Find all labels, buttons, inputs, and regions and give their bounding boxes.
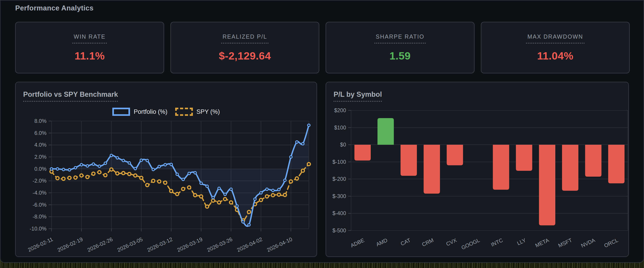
portfolio-point-marker	[230, 188, 232, 190]
spy-point-marker	[140, 176, 143, 179]
x-tick-label: 2026-02-26	[86, 236, 114, 253]
spy-point-marker	[104, 173, 107, 177]
spy-point-marker	[307, 163, 310, 166]
x-tick-label: 2026-03-05	[116, 236, 144, 253]
x-tick-label: LLY	[516, 237, 527, 246]
spy-point-marker	[301, 169, 304, 172]
y-tick-label: -6.0%	[33, 202, 46, 208]
portfolio-point-marker	[188, 172, 190, 175]
portfolio-point-marker	[164, 163, 166, 166]
bar-nvda[interactable]	[585, 145, 602, 177]
x-tick-label: CRM	[421, 237, 434, 247]
stat-label: REALIZED P/L	[221, 33, 269, 44]
portfolio-point-marker	[254, 198, 256, 200]
x-tick-label: INTC	[490, 237, 504, 248]
portfolio-point-marker	[86, 165, 89, 167]
portfolio-vs-spy-line-chart[interactable]: 8.0%6.0%4.0%2.0%0.0%-2.0%-4.0%-6.0%-8.0%…	[16, 82, 316, 256]
y-tick-label: $-300	[332, 193, 346, 199]
stat-card-max-drawdown: MAX DRAWDOWN 11.04%	[481, 22, 630, 73]
stat-card-win-rate: WIN RATE 11.1%	[15, 22, 164, 73]
pl-by-symbol-bar-chart[interactable]: $200$100$0$-100$-200$-300$-400$-500ADBEA…	[326, 82, 628, 256]
portfolio-point-marker	[140, 159, 142, 161]
portfolio-point-marker	[200, 182, 202, 184]
portfolio-point-marker	[206, 185, 208, 188]
y-tick-label: -4.0%	[33, 190, 46, 196]
portfolio-point-marker	[158, 165, 160, 168]
y-tick-label: 8.0%	[34, 118, 46, 124]
portfolio-point-marker	[152, 168, 154, 171]
bar-crm[interactable]	[424, 145, 440, 193]
spy-point-marker	[116, 172, 119, 175]
spy-point-marker	[277, 193, 280, 196]
spy-point-marker	[74, 176, 77, 179]
spy-point-marker	[182, 187, 185, 190]
spy-point-marker	[188, 186, 191, 189]
y-tick-label: $200	[334, 107, 346, 113]
portfolio-point-marker	[104, 162, 107, 164]
y-tick-label: 6.0%	[34, 130, 46, 136]
spy-point-marker	[170, 189, 173, 193]
portfolio-point-marker	[176, 173, 178, 176]
spy-point-marker	[122, 171, 125, 175]
portfolio-point-marker	[134, 167, 136, 170]
spy-point-marker	[206, 205, 209, 208]
stat-value: 1.59	[390, 50, 410, 62]
portfolio-point-marker	[92, 163, 95, 165]
portfolio-point-marker	[224, 193, 226, 195]
portfolio-point-marker	[128, 162, 130, 164]
spy-point-marker	[68, 176, 71, 179]
spy-point-marker	[230, 201, 232, 204]
y-tick-label: $-100	[332, 159, 346, 165]
portfolio-point-marker	[62, 168, 65, 171]
portfolio-point-marker	[278, 188, 280, 191]
x-tick-label: 2026-03-26	[206, 236, 233, 253]
bar-amd[interactable]	[378, 118, 394, 145]
bar-lly[interactable]	[516, 145, 532, 171]
x-tick-label: AMD	[375, 237, 388, 247]
portfolio-point-marker	[56, 168, 59, 170]
y-tick-label: -10.0%	[30, 226, 47, 232]
portfolio-point-marker	[98, 165, 100, 167]
bar-cat[interactable]	[400, 145, 417, 176]
portfolio-point-marker	[212, 196, 214, 199]
portfolio-point-marker	[170, 163, 172, 166]
spy-point-marker	[56, 176, 59, 180]
spy-point-marker	[224, 198, 227, 201]
portfolio-point-marker	[266, 188, 268, 190]
spy-point-marker	[128, 172, 131, 176]
portfolio-point-marker	[242, 220, 244, 223]
page-title: Performance Analytics	[15, 4, 94, 12]
bar-cvx[interactable]	[447, 145, 463, 165]
bar-meta[interactable]	[539, 145, 555, 225]
spy-point-marker	[265, 195, 268, 198]
stat-value: 11.1%	[74, 50, 104, 62]
y-tick-label: 2.0%	[34, 154, 46, 160]
stat-label: SHARPE RATIO	[374, 33, 426, 44]
spy-point-marker	[289, 180, 292, 183]
y-tick-label: 4.0%	[34, 142, 46, 148]
portfolio-point-marker	[308, 124, 310, 127]
spy-point-marker	[259, 198, 262, 202]
bar-adbe[interactable]	[354, 145, 371, 161]
pl-by-symbol-chart-panel: P/L by Symbol $200$100$0$-100$-200$-300$…	[326, 82, 629, 257]
bar-orcl[interactable]	[608, 145, 624, 183]
bar-msft[interactable]	[562, 145, 578, 191]
x-tick-label: 2026-03-19	[176, 236, 203, 253]
spy-point-marker	[80, 174, 83, 177]
x-tick-label: 2026-04-10	[266, 236, 293, 253]
portfolio-point-marker	[116, 156, 119, 159]
x-tick-label: 2026-04-02	[236, 236, 263, 253]
bar-intc[interactable]	[493, 145, 509, 190]
spy-point-marker	[164, 181, 167, 184]
portfolio-point-marker	[194, 171, 196, 174]
spy-point-marker	[98, 171, 101, 174]
x-tick-label: GOOGL	[460, 237, 480, 251]
y-tick-label: $-200	[332, 176, 346, 182]
spy-point-marker	[134, 174, 137, 177]
stat-label: MAX DRAWDOWN	[526, 33, 584, 44]
portfolio-point-marker	[302, 143, 304, 145]
spy-point-marker	[218, 201, 220, 204]
x-tick-label: MSFT	[557, 237, 573, 249]
y-tick-label: $100	[334, 125, 346, 131]
x-tick-label: CVX	[445, 237, 458, 247]
